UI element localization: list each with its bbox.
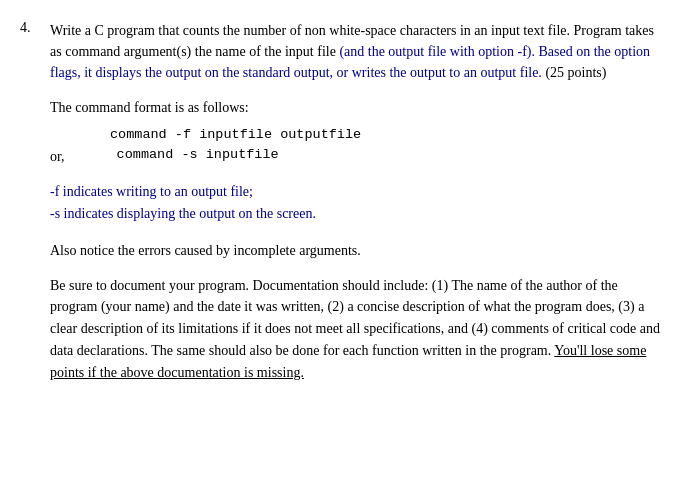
doc-text-2: description of its limitations if it doe…: [77, 321, 448, 336]
problem-number: 4.: [20, 20, 50, 383]
cmd2-arg1: inputfile: [198, 147, 279, 162]
cmd1-arg2: outputfile: [272, 127, 361, 142]
problem-container: 4. Write a C program that counts the num…: [20, 20, 668, 383]
cmd1-flag: -f: [167, 127, 191, 142]
problem-intro: Write a C program that counts the number…: [50, 20, 668, 83]
flag-f-description: -f indicates writing to an output file;: [50, 181, 668, 203]
cmd1-arg1: inputfile: [191, 127, 272, 142]
command-row-2: command -s inputfile: [73, 146, 279, 162]
doc-text-1: Be sure to document your program. Docume…: [50, 278, 644, 315]
doc-clear: clear: [50, 321, 77, 336]
documentation-section: Be sure to document your program. Docume…: [50, 275, 668, 383]
flags-section: -f indicates writing to an output file; …: [50, 181, 668, 226]
command-row-1: command -f inputfile outputfile: [50, 126, 668, 142]
command-section: The command format is as follows: comman…: [50, 97, 668, 167]
problem-content: Write a C program that counts the number…: [50, 20, 668, 383]
or-label: or,: [50, 146, 65, 167]
cmd1-command: command: [110, 127, 167, 142]
doc-and: and: [448, 321, 468, 336]
also-notice-section: Also notice the errors caused by incompl…: [50, 240, 668, 261]
intro-points: (25 points): [542, 65, 607, 80]
cmd2-command: command: [117, 147, 174, 162]
cmd2-flag: -s: [173, 147, 197, 162]
command-format-label: The command format is as follows:: [50, 97, 668, 118]
or-row-container: or, command -s inputfile: [50, 146, 668, 167]
flag-s-description: -s indicates displaying the output on th…: [50, 203, 668, 225]
